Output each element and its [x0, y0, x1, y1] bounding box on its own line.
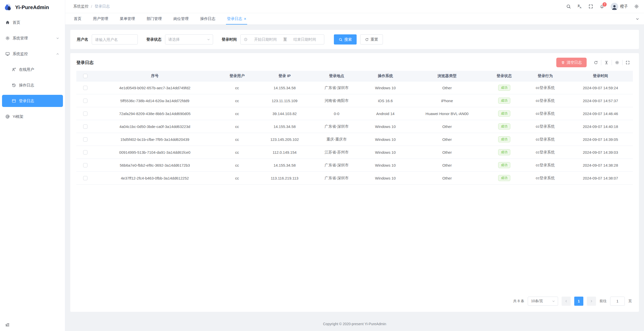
cell-browser: Other — [408, 86, 486, 90]
cell-behavior: cc登录系统 — [522, 150, 568, 155]
column-header[interactable]: 浏览器类型 — [408, 74, 486, 78]
tabs-dropdown-chevron-icon[interactable] — [635, 17, 639, 21]
next-page-button[interactable] — [587, 297, 596, 306]
tab-post-manage[interactable]: 岗位管理 — [173, 13, 189, 25]
username-label: 橙子 — [620, 4, 628, 9]
search-button-label: 搜索 — [344, 37, 352, 42]
row-checkbox[interactable] — [83, 137, 87, 142]
fullscreen-icon[interactable] — [588, 4, 593, 9]
content: 用户名 登录状态 请选择 登录时间 — [65, 25, 644, 317]
column-header[interactable]: 登录用户 — [216, 74, 259, 78]
sidebar-item-system-manage[interactable]: 系统管理 — [2, 32, 63, 44]
cell-location: 广东省-深圳市 — [311, 163, 363, 168]
clear-logs-button[interactable]: 清空日志 — [556, 58, 587, 67]
row-checkbox[interactable] — [83, 124, 87, 129]
page-number-button[interactable]: 1 — [574, 297, 583, 306]
cell-user: cc — [216, 112, 259, 116]
login-log-table: 序号登录用户登录 IP登录地点操作系统浏览器类型登录状态登录行为登录时间 4e1… — [70, 71, 639, 185]
login-status-select[interactable]: 请选择 — [165, 34, 213, 45]
cell-status: 成功 — [486, 149, 522, 156]
sidebar-item-yi-framework[interactable]: Yi框架 — [2, 111, 63, 123]
page-size-select[interactable]: 10条/页 — [528, 297, 558, 306]
cell-id: 15d5f402-bc1b-cfbe-7f95-3a14dd620439 — [94, 137, 216, 142]
row-checkbox[interactable] — [83, 150, 87, 155]
row-checkbox[interactable] — [83, 163, 87, 167]
goto-label: 前往 — [600, 299, 607, 303]
search-icon[interactable] — [566, 4, 571, 9]
chevron-down-icon — [56, 36, 59, 40]
table-row: 72afa294-8209-438e-8bb5-3a14dd690d05cc39… — [76, 107, 633, 120]
row-checkbox-cell — [76, 163, 94, 167]
tab-close-icon[interactable]: × — [244, 17, 246, 21]
tab-label: 岗位管理 — [173, 16, 189, 21]
sidebar-item-system-monitor[interactable]: 系统监控 — [2, 48, 63, 60]
cell-status: 成功 — [486, 98, 522, 104]
cell-location: 广东省-深圳市 — [311, 176, 363, 181]
search-form-card: 用户名 登录状态 请选择 登录时间 — [70, 30, 639, 49]
breadcrumb-item[interactable]: 系统监控 — [73, 4, 88, 9]
refresh-icon[interactable] — [591, 60, 601, 65]
user-menu[interactable]: 橙子 — [611, 3, 628, 10]
tab-user-manage[interactable]: 用户管理 — [93, 13, 108, 25]
username-input[interactable] — [92, 34, 138, 45]
column-header[interactable]: 序号 — [94, 74, 216, 78]
row-checkbox[interactable] — [83, 99, 87, 103]
logo[interactable]: Yi-PureAdmin — [0, 0, 65, 15]
sidebar-collapse-button[interactable] — [0, 319, 65, 331]
translate-icon[interactable]: 文A — [577, 4, 582, 9]
tab-home[interactable]: 首页 — [74, 13, 81, 25]
cell-user: cc — [216, 86, 259, 90]
column-header[interactable]: 操作系统 — [363, 74, 408, 78]
sidebar-item-home[interactable]: 首页 — [2, 16, 63, 29]
cell-user: cc — [216, 99, 259, 103]
sidebar-item-login-logs[interactable]: 登录日志 — [2, 95, 63, 107]
cell-behavior: cc登录系统 — [522, 137, 568, 142]
row-checkbox[interactable] — [83, 112, 87, 116]
tab-operation-logs[interactable]: 操作日志 — [200, 13, 215, 25]
reset-button[interactable]: 重置 — [360, 34, 383, 45]
column-header[interactable]: 登录状态 — [486, 74, 522, 78]
goto-page-input[interactable] — [610, 297, 625, 306]
column-header[interactable]: 登录行为 — [522, 74, 568, 78]
breadcrumb-item-current: 登录日志 — [95, 4, 110, 9]
tab-dept-manage[interactable]: 部门管理 — [147, 13, 162, 25]
tab-login-logs[interactable]: 登录日志× — [227, 13, 246, 25]
chevron-up-icon — [56, 52, 59, 56]
density-icon[interactable] — [601, 60, 612, 65]
settings-icon[interactable] — [612, 60, 622, 65]
total-count-label: 共 8 条 — [513, 299, 524, 303]
login-time-range-picker[interactable]: 开始日期时间 至 结束日期时间 — [240, 34, 324, 45]
select-all-checkbox[interactable] — [83, 74, 87, 78]
cell-ip: 123.145.205.102 — [259, 137, 311, 142]
end-date-placeholder[interactable]: 结束日期时间 — [289, 37, 321, 42]
column-header[interactable]: 登录地点 — [311, 74, 363, 78]
cell-os: Windows 10 — [363, 137, 408, 142]
search-actions: 搜索 重置 — [334, 34, 383, 45]
cell-location: 广东省-深圳市 — [311, 85, 363, 90]
cell-location: 0-0 — [311, 112, 363, 116]
row-checkbox[interactable] — [83, 86, 87, 90]
bell-icon[interactable]: 7 — [600, 4, 604, 9]
at-icon — [5, 114, 10, 119]
login-status-field: 登录状态 请选择 — [146, 34, 213, 45]
sidebar-item-online-users[interactable]: 在线用户 — [2, 63, 63, 76]
gear-icon[interactable] — [634, 4, 639, 9]
column-header[interactable]: 登录时间 — [568, 74, 633, 78]
tab-menu-manage[interactable]: 菜单管理 — [120, 13, 135, 25]
cell-behavior: cc登录系统 — [522, 85, 568, 90]
topbar: 系统监控 / 登录日志 文A 7 — [65, 0, 644, 13]
cell-os: Windows 10 — [363, 86, 408, 90]
sidebar-item-operation-logs[interactable]: 操作日志 — [2, 79, 63, 91]
cell-browser: Other — [408, 150, 486, 155]
row-checkbox[interactable] — [83, 176, 87, 180]
app-title: Yi-PureAdmin — [15, 5, 49, 10]
fullscreen-icon[interactable] — [622, 60, 633, 65]
prev-page-button[interactable] — [562, 297, 571, 306]
cell-browser: Huawei Honor BVL-AN00 — [408, 112, 486, 116]
cell-status: 成功 — [486, 85, 522, 91]
tab-list: 首页用户管理菜单管理部门管理岗位管理操作日志登录日志× — [74, 13, 246, 25]
start-date-placeholder[interactable]: 开始日期时间 — [249, 37, 282, 42]
row-checkbox-cell — [76, 176, 94, 180]
column-header[interactable]: 登录 IP — [259, 74, 311, 78]
search-button[interactable]: 搜索 — [334, 34, 357, 45]
